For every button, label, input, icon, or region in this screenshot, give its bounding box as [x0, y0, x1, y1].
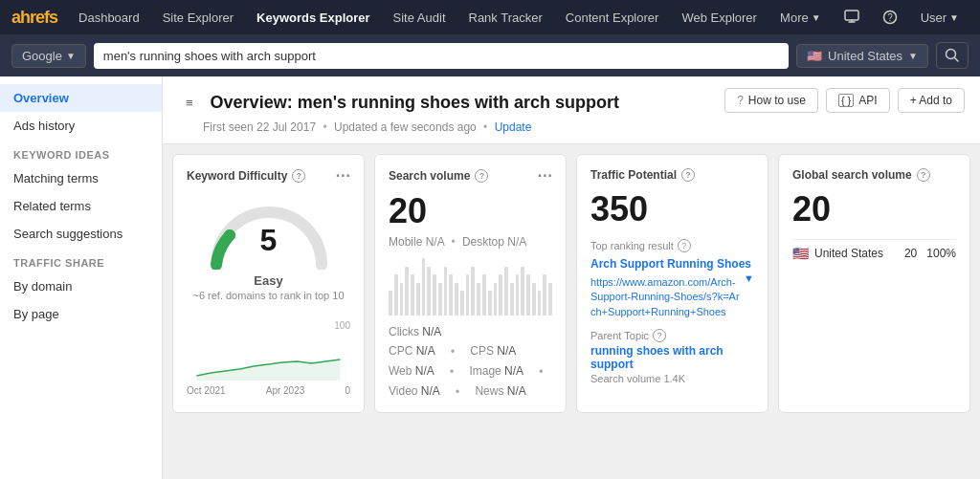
country-chevron-icon: ▼ [908, 51, 918, 61]
sv-bar-chart [389, 258, 552, 316]
sv-bar [488, 291, 492, 316]
page-title: Overview: men's running shoes with arch … [211, 93, 619, 113]
gauge-sublabel: ~6 ref. domains to rank in top 10 [187, 290, 350, 301]
sidebar: Overview Ads history Keyword ideas Match… [0, 76, 163, 479]
sv-bar [504, 267, 508, 316]
nav-rank-tracker[interactable]: Rank Tracker [459, 0, 552, 34]
overview-meta: First seen 22 Jul 2017 • Updated a few s… [178, 120, 619, 134]
gsv-country-row: 🇺🇸 United States 20 100% [792, 239, 956, 261]
keyword-search-input[interactable] [94, 43, 789, 69]
kd-chart-area: 100 Oct 2021 Apr 2023 0 [187, 320, 350, 396]
nav-more-button[interactable]: More ▼ [770, 0, 831, 34]
monitor-icon [844, 10, 859, 25]
sv-bar [455, 283, 458, 316]
search-button[interactable] [936, 42, 969, 69]
gsv-info-icon[interactable]: ? [917, 168, 930, 182]
result-title-link[interactable]: Arch Support Running Shoes [590, 256, 754, 272]
engine-selector[interactable]: Google ▼ [11, 44, 86, 68]
sv-bar [532, 283, 536, 316]
sv-video-metrics: Video N/A • News N/A [389, 384, 552, 399]
overview-header: ≡ Overview: men's running shoes with arc… [163, 76, 980, 144]
how-to-use-button[interactable]: ? How to use [724, 88, 818, 113]
parent-topic-info-icon[interactable]: ? [653, 329, 666, 342]
search-volume-card: Search volume ? ⋯ 20 Mobile N/A • Deskto… [374, 154, 567, 413]
kd-info-icon[interactable]: ? [292, 169, 305, 183]
nav-site-audit[interactable]: Site Audit [384, 0, 456, 34]
nav-keywords-explorer[interactable]: Keywords Explorer [247, 0, 380, 34]
sv-bar [466, 274, 470, 316]
sv-bar [405, 267, 409, 316]
sv-bar [422, 258, 426, 316]
user-chevron-icon: ▼ [949, 12, 959, 23]
parent-topic-label: Parent Topic ? [590, 329, 754, 342]
sv-dots-menu[interactable]: ⋯ [537, 168, 552, 184]
sv-info-icon[interactable]: ? [475, 169, 488, 183]
sv-bar [438, 283, 442, 316]
svg-rect-0 [845, 11, 858, 20]
sidebar-item-related-terms[interactable]: Related terms [0, 192, 162, 220]
brand-logo[interactable]: ahrefs [11, 8, 57, 28]
nav-site-explorer[interactable]: Site Explorer [153, 0, 243, 34]
kd-chart-top-label: 100 [187, 320, 350, 331]
sv-bar [449, 274, 453, 316]
global-search-volume-card: Global search volume ? 20 🇺🇸 United Stat… [778, 154, 970, 413]
sv-type-metrics: Web N/A • Image N/A • [389, 364, 552, 379]
nav-web-explorer[interactable]: Web Explorer [672, 0, 767, 34]
kd-card-title: Keyword Difficulty ? ⋯ [187, 168, 350, 184]
engine-chevron-icon: ▼ [66, 51, 76, 61]
gsv-country: 🇺🇸 United States [792, 246, 883, 261]
parent-topic-sv: Search volume 1.4K [590, 373, 754, 384]
api-icon: { } [838, 94, 854, 107]
sidebar-item-ads-history[interactable]: Ads history [0, 112, 162, 140]
sv-bar [471, 267, 475, 316]
sv-bar [548, 283, 552, 316]
gauge-container: 5 [187, 193, 350, 270]
gsv-value: 20 [792, 189, 956, 229]
nav-content-explorer[interactable]: Content Explorer [556, 0, 669, 34]
add-to-button[interactable]: + Add to [898, 88, 965, 113]
tp-value: 350 [590, 189, 754, 229]
api-button[interactable]: { } API [826, 88, 890, 113]
keyword-difficulty-card: Keyword Difficulty ? ⋯ 5 [172, 154, 365, 413]
sv-bar [477, 283, 480, 316]
sv-metrics: Clicks N/A [389, 325, 552, 338]
nav-help-button[interactable]: ? [873, 0, 907, 34]
tp-card-title: Traffic Potential ? [590, 168, 754, 182]
sv-bar [526, 274, 530, 316]
sidebar-section-traffic-share: Traffic share [0, 248, 162, 272]
parent-topic-link[interactable]: running shoes with arch support [590, 344, 754, 371]
sidebar-item-matching-terms[interactable]: Matching terms [0, 164, 162, 192]
sv-sub-text: Mobile N/A • Desktop N/A [389, 235, 552, 249]
nav-dashboard[interactable]: Dashboard [69, 0, 149, 34]
nav-monitor-button[interactable] [835, 0, 869, 34]
sv-value: 20 [389, 191, 552, 231]
main-layout: Overview Ads history Keyword ideas Match… [0, 76, 980, 479]
sv-bar [416, 283, 420, 316]
update-link[interactable]: Update [495, 120, 532, 134]
tp-info-icon[interactable]: ? [681, 168, 695, 182]
sv-bar [521, 267, 524, 316]
sv-bar [400, 283, 404, 316]
gsv-flag: 🇺🇸 [792, 246, 809, 261]
search-bar: Google ▼ 🇺🇸 United States ▼ [0, 34, 980, 76]
kd-dots-menu[interactable]: ⋯ [335, 168, 350, 184]
url-dropdown-icon[interactable]: ▼ [744, 272, 754, 284]
sv-bar [394, 274, 398, 316]
sidebar-item-overview[interactable]: Overview [0, 84, 162, 112]
sv-cpc-metrics: CPC N/A • CPS N/A [389, 344, 552, 359]
top-result-label: Top ranking result ? [590, 239, 754, 252]
result-url[interactable]: https://www.amazon.com/Arch-Support-Runn… [590, 272, 754, 319]
sv-bar [538, 291, 542, 316]
country-selector[interactable]: 🇺🇸 United States ▼ [796, 44, 928, 68]
top-result-info-icon[interactable]: ? [678, 239, 691, 252]
cards-grid: Keyword Difficulty ? ⋯ 5 [163, 144, 980, 423]
sidebar-item-search-suggestions[interactable]: Search suggestions [0, 220, 162, 248]
sidebar-item-by-page[interactable]: By page [0, 300, 162, 328]
sidebar-item-by-domain[interactable]: By domain [0, 272, 162, 300]
nav-user-button[interactable]: User ▼ [911, 0, 969, 34]
search-icon [945, 48, 960, 63]
sv-bar [494, 283, 498, 316]
hamburger-icon[interactable]: ≡ [178, 88, 201, 118]
sv-bar [427, 267, 431, 316]
sv-bar [444, 267, 448, 316]
